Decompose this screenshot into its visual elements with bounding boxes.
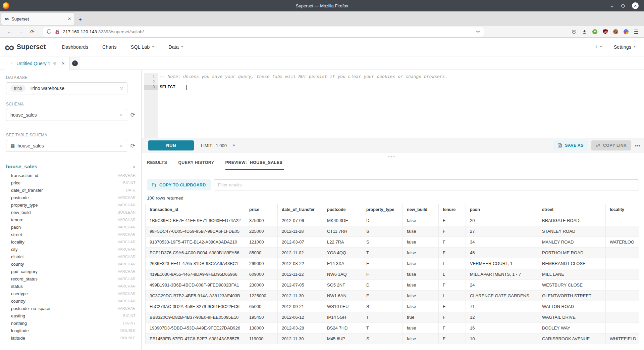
cell-paon: 10 (466, 334, 538, 344)
cell-transaction-id: 3C3C29DC-B7B2-4BE5-914A-A38123AF403B (146, 291, 245, 301)
cell-transaction-id: ECE1D376-C9A6-4C00-B004-A380B189FA56 (146, 248, 245, 258)
cell-paon: 71 (466, 301, 538, 312)
query-tab-untitled-1[interactable]: ⋮ Untitled Query 1 ✕ (4, 57, 70, 70)
query-tab-close-icon[interactable]: ✕ (61, 61, 65, 66)
table-row: 98F5DC47-0D05-4D59-95B7-98CA6F1FDE05 225… (146, 226, 639, 237)
query-tab-bar: ⋮ Untitled Query 1 ✕ + (0, 56, 644, 70)
cell-paon: 34 (466, 237, 538, 248)
cookie-extension-icon[interactable] (613, 29, 619, 35)
column-type: BIGINT (123, 314, 136, 318)
column-row: latitude DOUBLE (6, 334, 136, 342)
browser-tab-superset[interactable]: ∞ Superset ✕ (1, 13, 74, 25)
bookmark-star-icon[interactable]: ☆ (476, 29, 480, 35)
header-transaction-id[interactable]: transaction_id (146, 204, 245, 215)
forward-icon[interactable]: → (18, 29, 23, 34)
cell-property-type: S (362, 334, 403, 344)
cell-postcode: L22 7RA (323, 237, 362, 248)
header-date-of-transfer[interactable]: date_of_transfer (278, 204, 323, 215)
cell-transaction-id: 1B5C39ED-BE7F-41EF-9E71-9C60EED74A22 (146, 215, 245, 226)
header-street[interactable]: street (538, 204, 606, 215)
extension-pinwheel-icon[interactable] (624, 29, 629, 35)
nav-item-sql-lab[interactable]: SQL Lab▼ (131, 44, 155, 50)
save-as-button[interactable]: SAVE AS (553, 140, 588, 150)
copy-link-button[interactable]: COPY LINK (591, 140, 631, 150)
pocket-icon[interactable] (572, 29, 577, 35)
pane-resize-handle[interactable] (144, 153, 639, 160)
database-select[interactable]: trino Trino warehouse ∨ (6, 82, 127, 94)
table-header-row: transaction_id price date_of_transfer po… (146, 204, 639, 215)
cell-postcode: SG5 2NF (323, 280, 362, 291)
sql-editor[interactable]: 1 2 3 -- Note: Unless you save your quer… (144, 73, 639, 138)
more-menu-icon[interactable]: ••• (635, 143, 641, 148)
column-row: locality VARCHAR (6, 238, 136, 246)
nav-item-charts[interactable]: Charts (102, 44, 117, 50)
filter-results-input[interactable] (214, 179, 639, 190)
cell-paon: VERMEER COURT, 1 (466, 258, 538, 269)
superset-favicon-icon: ∞ (5, 16, 9, 22)
cell-date-of-transfer: 2012-11-28 (278, 226, 323, 237)
cell-date-of-transfer: 2012-03-28 (278, 323, 323, 334)
superset-brand[interactable]: ∞ Superset (5, 43, 46, 51)
schema-label: SCHEMA (6, 102, 135, 106)
cell-street: CARISBROOK AVENUE (538, 334, 606, 344)
header-paon[interactable]: paon (466, 204, 538, 215)
table-select[interactable]: ▦ house_sales ∨ (6, 140, 127, 152)
tab-preview-house-sales[interactable]: PREVIEW: `HOUSE_SALES` (225, 160, 284, 170)
cell-postcode: WS10 0EU (323, 301, 362, 312)
limit-control[interactable]: LIMIT: 1 000 ▼ (201, 143, 235, 148)
column-row: record_status VARCHAR (6, 275, 136, 282)
nav-item-dashboards[interactable]: Dashboards (62, 44, 88, 50)
schema-select[interactable]: house_sales ∨ (6, 109, 127, 121)
column-type: VARCHAR (118, 225, 136, 229)
column-type: VARCHAR (118, 277, 136, 281)
refresh-schema-icon[interactable]: ⟳ (130, 112, 135, 118)
privacy-badger-icon[interactable] (592, 29, 598, 35)
window-title: Superset — Mozilla Firefox (0, 3, 644, 8)
cell-transaction-id: BB8320C9-D82B-4B37-90E0-9FEE05095E10 (146, 312, 245, 323)
url-bar[interactable]: 217.160.120.143:32393/superset/sqllab/ ☆ (43, 27, 484, 37)
shield-icon[interactable] (47, 29, 52, 34)
window-close-icon[interactable]: ✕ (632, 2, 639, 9)
limit-value: 1 000 (216, 143, 227, 148)
cell-paon: 27 (466, 226, 538, 237)
download-icon[interactable] (582, 29, 587, 35)
settings-menu[interactable]: Settings▼ (614, 44, 636, 50)
cell-tenure: F (439, 248, 466, 258)
query-toolbar: RUN LIMIT: 1 000 ▼ SAVE AS (142, 138, 644, 153)
header-locality[interactable]: locality (606, 204, 639, 215)
editor-code[interactable]: -- Note: Unless you save your query, the… (158, 73, 639, 138)
header-new-build[interactable]: new_build (403, 204, 439, 215)
row-count-text: 100 rows returned (147, 195, 639, 201)
ublock-icon[interactable]: uO (603, 29, 608, 35)
table-row: 3C3C29DC-B7B2-4BE5-914A-A38123AF403B 122… (146, 291, 639, 301)
tab-results[interactable]: RESULTS (147, 160, 167, 169)
header-tenure[interactable]: tenure (439, 204, 466, 215)
cell-locality (606, 215, 639, 226)
refresh-table-icon[interactable]: ⟳ (130, 143, 135, 149)
tab-close-icon[interactable]: ✕ (68, 16, 71, 21)
cell-street: MANLEY ROAD (538, 237, 606, 248)
header-price[interactable]: price (245, 204, 278, 215)
nav-item-data[interactable]: Data▼ (168, 44, 183, 50)
header-postcode[interactable]: postcode (323, 204, 362, 215)
header-property-type[interactable]: property_type (362, 204, 403, 215)
run-button[interactable]: RUN (148, 140, 194, 150)
menu-icon[interactable]: ☰ (634, 29, 639, 35)
copy-to-clipboard-button[interactable]: COPY TO CLIPBOARD (147, 179, 211, 190)
drag-handle-icon[interactable]: ⋮ (9, 61, 13, 66)
cell-street: GLENTWORTH STREET (538, 291, 606, 301)
collapse-chevron-icon[interactable]: ∧ (132, 164, 136, 169)
add-new-button[interactable]: +▼ (594, 43, 602, 51)
new-tab-button[interactable]: + (78, 16, 82, 23)
table-body: 1B5C39ED-BE7F-41EF-9E71-9C60EED74A22 375… (146, 215, 639, 344)
add-query-tab-button[interactable]: + (70, 57, 80, 70)
window-maximize-icon[interactable] (621, 4, 625, 8)
tab-query-history[interactable]: QUERY HISTORY (178, 160, 214, 169)
back-icon[interactable]: ← (7, 29, 12, 34)
table-schema-title[interactable]: house_sales (6, 164, 37, 170)
window-minimize-icon[interactable]: ⌄ (610, 4, 614, 7)
cell-new-build: false (403, 323, 439, 334)
reload-icon[interactable]: ⟳ (30, 29, 35, 34)
insecure-lock-icon[interactable] (55, 29, 60, 34)
text-cursor (186, 85, 186, 90)
